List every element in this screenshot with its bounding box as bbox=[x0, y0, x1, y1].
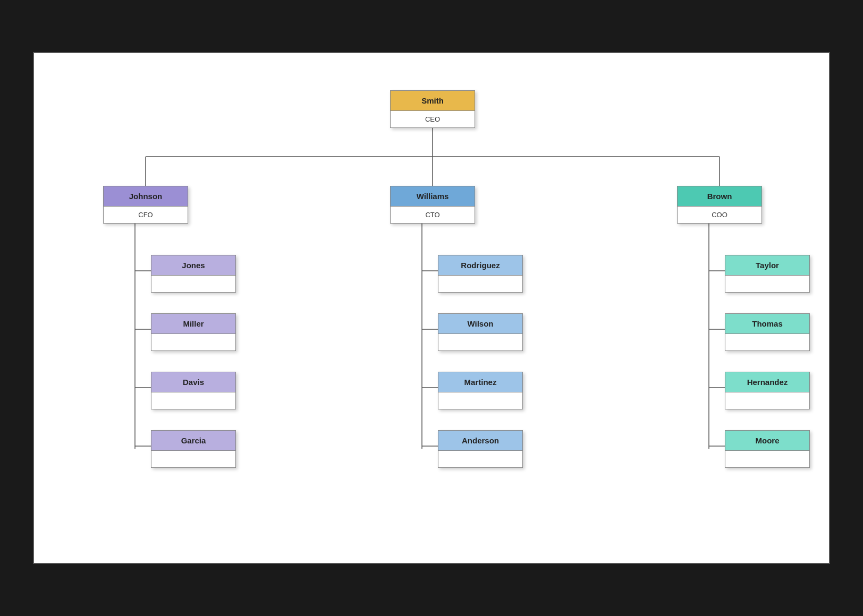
org-node[interactable]: Davis bbox=[151, 372, 236, 409]
org-node[interactable]: SmithCEO bbox=[390, 90, 475, 128]
org-node[interactable]: Moore bbox=[725, 430, 810, 468]
org-node[interactable]: Anderson bbox=[438, 430, 523, 468]
org-node[interactable]: WilliamsCTO bbox=[390, 186, 475, 224]
org-node[interactable]: JohnsonCFO bbox=[103, 186, 188, 224]
org-node[interactable]: Hernandez bbox=[725, 372, 810, 409]
org-node[interactable]: Garcia bbox=[151, 430, 236, 468]
org-node[interactable]: Rodriguez bbox=[438, 255, 523, 293]
org-node[interactable]: BrownCOO bbox=[677, 186, 762, 224]
org-node[interactable]: Miller bbox=[151, 313, 236, 351]
org-node[interactable]: Jones bbox=[151, 255, 236, 293]
org-node[interactable]: Martinez bbox=[438, 372, 523, 409]
chart-container: SmithCEOJohnsonCFOJones Miller Davis Gar… bbox=[33, 52, 830, 564]
org-node[interactable]: Wilson bbox=[438, 313, 523, 351]
org-node[interactable]: Thomas bbox=[725, 313, 810, 351]
org-chart: SmithCEOJohnsonCFOJones Miller Davis Gar… bbox=[50, 74, 815, 542]
org-node[interactable]: Taylor bbox=[725, 255, 810, 293]
